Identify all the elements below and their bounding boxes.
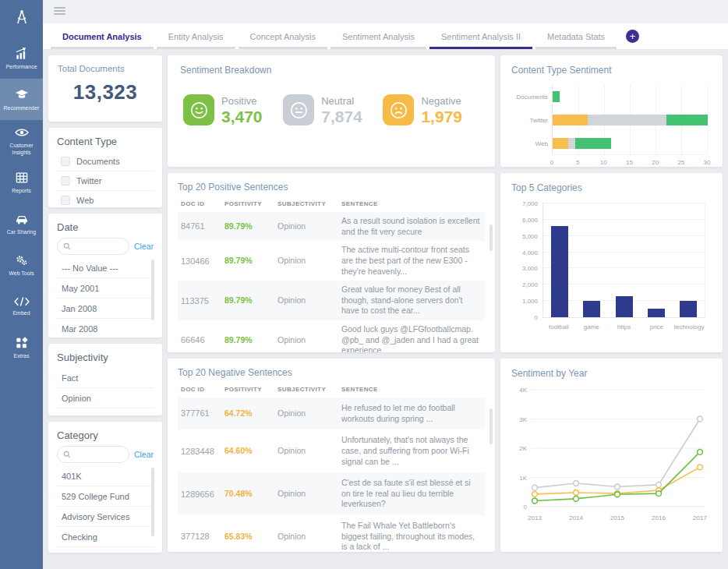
cell-sent: C'est de sa faute s'il est blessé et si … [338,472,485,515]
compass-icon [12,8,31,30]
sidebar-item-performance[interactable]: Performance [0,37,43,79]
date-search-box[interactable] [57,238,129,255]
neutral-point[interactable] [574,481,579,486]
stacked-bar[interactable] [553,138,611,149]
sidebar-item-recommender[interactable]: Recommender [0,79,43,120]
hamburger-menu-icon[interactable] [54,7,65,15]
content-type-sentiment-card: Content Type Sentiment DocumentsTwitterW… [500,55,723,167]
positive-point[interactable] [532,498,538,504]
date-option[interactable]: Mar 2008 [57,319,154,338]
positive-point[interactable] [615,492,620,497]
date-option[interactable]: May 2001 [57,278,154,299]
checkbox-icon[interactable] [61,157,70,166]
subjectivity-option[interactable]: Fact [57,368,154,388]
category-option[interactable]: 401K [57,466,154,486]
cell-pct: 65.83% [221,515,274,552]
sidebar-item-embed[interactable]: Embed [0,285,43,327]
category-list-scrollbar[interactable] [151,468,154,536]
bar-football[interactable] [551,226,568,317]
y-tick-label: 2,000 [522,281,538,288]
cell-subj: Opinion [274,281,338,320]
stacked-bar[interactable] [553,115,708,125]
sidebar-item-web-tools[interactable]: Web Tools [0,244,43,285]
frown-face-icon [383,94,414,125]
x-tick-label: 20 [652,159,659,166]
tab-metadata-stats[interactable]: Metadata Stats [534,23,618,49]
category-option[interactable]: Advisory Services [57,507,154,527]
bar-game[interactable] [583,301,600,317]
table-scrollbar[interactable] [489,408,493,444]
category-search-box[interactable] [57,446,129,463]
cell-doc: 1289656 [178,472,221,515]
checkbox-documents[interactable]: Documents [57,152,154,171]
table-row[interactable]: 11337589.79%OpinionGreat value for money… [178,281,485,320]
sentiment-label: Neutral [321,95,362,107]
table-row[interactable]: 128344864.60%OpinionUnfortunately, that'… [178,429,485,472]
tab-document-analysis[interactable]: Document Analysis [49,23,155,49]
checkbox-twitter[interactable]: Twitter [57,171,154,191]
neutral-point[interactable] [615,484,620,489]
category-search-input[interactable] [74,451,123,459]
sidebar-item-customer-insights[interactable]: Customer Insights [0,120,43,161]
sidebar-item-extras[interactable]: Extras [0,327,43,368]
negative-point[interactable] [532,491,538,497]
cell-sent: As a result sound isolation is excellent… [338,212,485,241]
bar-price[interactable] [648,309,665,317]
column-header: SUBJECTIVITY [274,383,338,398]
table-row[interactable]: 37712865.83%OpinionThe Fail Whale Yet Ba… [178,515,485,552]
date-option[interactable]: Jan 2008 [57,299,154,319]
category-label: Documents [514,94,548,101]
date-search-input[interactable] [74,242,123,251]
positive-point[interactable] [656,491,662,497]
category-option[interactable]: Checking [57,527,154,547]
tab-sentiment-analysis[interactable]: Sentiment Analysis [329,23,428,49]
negative-point[interactable] [574,490,579,496]
cell-sent: The active multi-contour front seats are… [338,241,485,281]
positive-sentences-table: DOC ID POSITIVITY SUBJECTIVITY SENTENCE … [178,198,485,352]
table-row[interactable]: 13046689.79%OpinionThe active multi-cont… [178,241,485,281]
table-row[interactable]: 37776164.72%OpinionHe refused to let me … [178,398,485,429]
sidebar-item-car-sharing[interactable]: Car Sharing [0,203,43,244]
date-clear-link[interactable]: Clear [134,242,154,251]
neutral-point[interactable] [698,416,703,422]
negative-sentences-table: DOC ID POSITIVITY SUBJECTIVITY SENTENCE … [178,383,485,552]
bar-technology[interactable] [680,301,697,317]
app-logo[interactable] [0,0,43,37]
positive-point[interactable] [574,496,579,501]
date-list-scrollbar[interactable] [151,260,154,320]
y-tick-label: 3K [519,416,527,423]
sidebar-item-label: Recommender [4,105,40,112]
category-option[interactable]: 529 College Fund [57,486,154,507]
subjectivity-option[interactable]: Opinion [57,388,154,408]
table-scrollbar[interactable] [489,224,493,251]
date-option[interactable]: --- No Value --- [57,258,154,278]
cell-pct: 89.79% [221,320,274,352]
sidebar-item-reports[interactable]: Reports [0,161,43,203]
category-clear-link[interactable]: Clear [134,450,154,459]
table-row[interactable]: 6664689.79%OpinionGood luck guys @LFGfoo… [178,320,485,352]
add-tab-button[interactable]: + [626,30,639,43]
tab-entity-analysis[interactable]: Entity Analysis [155,23,237,49]
y-tick-label: 5,000 [522,232,538,239]
sidebar-item-label: Customer Insights [2,143,41,157]
table-row[interactable]: 128965670.48%OpinionC'est de sa faute s'… [178,472,485,515]
negative-point[interactable] [698,465,703,470]
checkbox-icon[interactable] [61,176,70,186]
total-documents-title: Total Documents [58,64,153,73]
sentiment-by-year-title: Sentiment by Year [511,368,712,379]
neutral-point[interactable] [532,485,538,490]
checkbox-icon[interactable] [61,196,70,205]
bar-https[interactable] [616,296,633,317]
search-icon [63,239,71,253]
tab-concept-analysis[interactable]: Concept Analysis [237,23,329,49]
category-option-list: 401K 529 College Fund Advisory Services … [57,466,154,547]
neutral-point[interactable] [656,482,662,487]
table-row[interactable]: 8476189.79%OpinionAs a result sound isol… [178,212,485,241]
positive-point[interactable] [698,449,703,454]
bar-chart-icon [14,46,30,62]
tab-sentiment-analysis-ii[interactable]: Sentiment Analysis II [428,23,534,49]
stacked-bar[interactable] [553,91,560,102]
category-label: Web [514,140,548,147]
content-type-sentiment-title: Content Type Sentiment [511,65,712,76]
checkbox-web[interactable]: Web [57,191,154,207]
